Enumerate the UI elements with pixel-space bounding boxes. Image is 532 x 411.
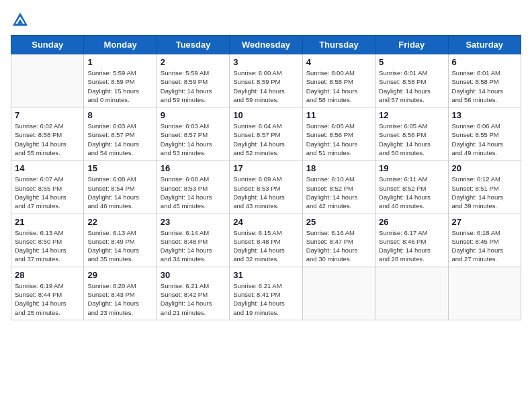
- day-info: Sunrise: 5:59 AMSunset: 8:59 PMDaylight:…: [161, 68, 226, 104]
- day-number: 8: [87, 110, 152, 120]
- calendar-cell: 6Sunrise: 6:01 AMSunset: 8:58 PMDaylight…: [448, 54, 521, 107]
- calendar-cell: 11Sunrise: 6:05 AMSunset: 8:56 PMDayligh…: [302, 107, 375, 161]
- calendar-cell: [302, 267, 375, 320]
- calendar-week-row: 14Sunrise: 6:07 AMSunset: 8:55 PMDayligh…: [11, 161, 521, 214]
- calendar-week-row: 21Sunrise: 6:13 AMSunset: 8:50 PMDayligh…: [11, 214, 521, 267]
- calendar-cell: 22Sunrise: 6:13 AMSunset: 8:49 PMDayligh…: [84, 214, 157, 267]
- day-info: Sunrise: 6:16 AMSunset: 8:47 PMDaylight:…: [306, 228, 371, 264]
- day-number: 26: [379, 217, 444, 227]
- calendar-cell: 8Sunrise: 6:03 AMSunset: 8:57 PMDaylight…: [84, 107, 157, 161]
- day-info: Sunrise: 6:21 AMSunset: 8:41 PMDaylight:…: [233, 281, 298, 317]
- calendar-cell: 17Sunrise: 6:09 AMSunset: 8:53 PMDayligh…: [230, 161, 302, 214]
- day-number: 19: [379, 163, 444, 173]
- calendar-cell: 4Sunrise: 6:00 AMSunset: 8:58 PMDaylight…: [302, 54, 375, 107]
- calendar-week-row: 7Sunrise: 6:02 AMSunset: 8:58 PMDaylight…: [11, 107, 521, 161]
- calendar-cell: [11, 54, 84, 107]
- page-header: [11, 11, 521, 30]
- calendar-cell: 18Sunrise: 6:10 AMSunset: 8:52 PMDayligh…: [302, 161, 375, 214]
- calendar-cell: 15Sunrise: 6:08 AMSunset: 8:54 PMDayligh…: [84, 161, 157, 214]
- day-header-friday: Friday: [375, 36, 448, 54]
- day-number: 13: [452, 110, 517, 120]
- day-info: Sunrise: 6:10 AMSunset: 8:52 PMDaylight:…: [306, 175, 371, 210]
- day-info: Sunrise: 6:17 AMSunset: 8:46 PMDaylight:…: [379, 228, 444, 264]
- day-info: Sunrise: 6:19 AMSunset: 8:44 PMDaylight:…: [15, 281, 80, 317]
- day-number: 30: [161, 270, 226, 280]
- day-info: Sunrise: 6:14 AMSunset: 8:48 PMDaylight:…: [161, 228, 226, 264]
- calendar-cell: 16Sunrise: 6:08 AMSunset: 8:53 PMDayligh…: [157, 161, 229, 214]
- day-info: Sunrise: 6:12 AMSunset: 8:51 PMDaylight:…: [452, 175, 517, 210]
- day-info: Sunrise: 6:21 AMSunset: 8:42 PMDaylight:…: [161, 281, 226, 317]
- day-number: 25: [306, 217, 371, 227]
- day-info: Sunrise: 6:05 AMSunset: 8:56 PMDaylight:…: [306, 122, 371, 157]
- calendar-cell: 3Sunrise: 6:00 AMSunset: 8:59 PMDaylight…: [230, 54, 302, 107]
- calendar-cell: 27Sunrise: 6:18 AMSunset: 8:45 PMDayligh…: [448, 214, 521, 267]
- logo: [11, 11, 32, 30]
- day-info: Sunrise: 6:03 AMSunset: 8:57 PMDaylight:…: [161, 122, 226, 157]
- day-info: Sunrise: 6:05 AMSunset: 8:56 PMDaylight:…: [379, 122, 444, 157]
- calendar-header-row: SundayMondayTuesdayWednesdayThursdayFrid…: [11, 36, 521, 54]
- day-number: 16: [161, 163, 226, 173]
- calendar-cell: 31Sunrise: 6:21 AMSunset: 8:41 PMDayligh…: [230, 267, 302, 320]
- calendar-cell: 29Sunrise: 6:20 AMSunset: 8:43 PMDayligh…: [84, 267, 157, 320]
- day-number: 21: [15, 217, 80, 227]
- calendar-cell: 2Sunrise: 5:59 AMSunset: 8:59 PMDaylight…: [157, 54, 229, 107]
- day-number: 15: [87, 163, 152, 173]
- calendar-table: SundayMondayTuesdayWednesdayThursdayFrid…: [11, 35, 521, 320]
- day-info: Sunrise: 6:00 AMSunset: 8:58 PMDaylight:…: [306, 68, 371, 104]
- calendar-cell: 7Sunrise: 6:02 AMSunset: 8:58 PMDaylight…: [11, 107, 84, 161]
- calendar-cell: 14Sunrise: 6:07 AMSunset: 8:55 PMDayligh…: [11, 161, 84, 214]
- day-header-saturday: Saturday: [448, 36, 521, 54]
- day-number: 5: [379, 57, 444, 67]
- day-info: Sunrise: 6:06 AMSunset: 8:55 PMDaylight:…: [452, 122, 517, 157]
- day-number: 18: [306, 163, 371, 173]
- day-info: Sunrise: 6:09 AMSunset: 8:53 PMDaylight:…: [233, 175, 298, 210]
- day-info: Sunrise: 6:15 AMSunset: 8:48 PMDaylight:…: [233, 228, 298, 264]
- day-number: 23: [161, 217, 226, 227]
- day-header-tuesday: Tuesday: [157, 36, 229, 54]
- calendar-cell: 24Sunrise: 6:15 AMSunset: 8:48 PMDayligh…: [230, 214, 302, 267]
- day-number: 2: [161, 57, 226, 67]
- day-number: 31: [233, 270, 298, 280]
- day-info: Sunrise: 6:08 AMSunset: 8:54 PMDaylight:…: [87, 175, 152, 210]
- day-info: Sunrise: 6:02 AMSunset: 8:58 PMDaylight:…: [15, 122, 80, 157]
- day-number: 9: [161, 110, 226, 120]
- day-header-monday: Monday: [84, 36, 157, 54]
- day-header-thursday: Thursday: [302, 36, 375, 54]
- day-number: 22: [87, 217, 152, 227]
- day-info: Sunrise: 5:59 AMSunset: 8:59 PMDaylight:…: [87, 68, 152, 104]
- day-info: Sunrise: 6:00 AMSunset: 8:59 PMDaylight:…: [233, 68, 298, 104]
- calendar-cell: 23Sunrise: 6:14 AMSunset: 8:48 PMDayligh…: [157, 214, 229, 267]
- day-header-wednesday: Wednesday: [230, 36, 302, 54]
- day-number: 17: [233, 163, 298, 173]
- day-number: 6: [452, 57, 517, 67]
- day-info: Sunrise: 6:01 AMSunset: 8:58 PMDaylight:…: [379, 68, 444, 104]
- calendar-cell: 1Sunrise: 5:59 AMSunset: 8:59 PMDaylight…: [84, 54, 157, 107]
- calendar-cell: 28Sunrise: 6:19 AMSunset: 8:44 PMDayligh…: [11, 267, 84, 320]
- calendar-cell: 13Sunrise: 6:06 AMSunset: 8:55 PMDayligh…: [448, 107, 521, 161]
- calendar-cell: 26Sunrise: 6:17 AMSunset: 8:46 PMDayligh…: [375, 214, 448, 267]
- day-info: Sunrise: 6:18 AMSunset: 8:45 PMDaylight:…: [452, 228, 517, 264]
- calendar-cell: [448, 267, 521, 320]
- calendar-cell: 5Sunrise: 6:01 AMSunset: 8:58 PMDaylight…: [375, 54, 448, 107]
- calendar-cell: 12Sunrise: 6:05 AMSunset: 8:56 PMDayligh…: [375, 107, 448, 161]
- day-info: Sunrise: 6:13 AMSunset: 8:50 PMDaylight:…: [15, 228, 80, 264]
- calendar-cell: 25Sunrise: 6:16 AMSunset: 8:47 PMDayligh…: [302, 214, 375, 267]
- calendar-cell: 10Sunrise: 6:04 AMSunset: 8:57 PMDayligh…: [230, 107, 302, 161]
- day-info: Sunrise: 6:08 AMSunset: 8:53 PMDaylight:…: [161, 175, 226, 210]
- day-header-sunday: Sunday: [11, 36, 84, 54]
- day-info: Sunrise: 6:13 AMSunset: 8:49 PMDaylight:…: [87, 228, 152, 264]
- day-number: 12: [379, 110, 444, 120]
- calendar-cell: 19Sunrise: 6:11 AMSunset: 8:52 PMDayligh…: [375, 161, 448, 214]
- day-number: 3: [233, 57, 298, 67]
- day-info: Sunrise: 6:07 AMSunset: 8:55 PMDaylight:…: [15, 175, 80, 210]
- calendar-cell: [375, 267, 448, 320]
- day-number: 14: [15, 163, 80, 173]
- calendar-cell: 20Sunrise: 6:12 AMSunset: 8:51 PMDayligh…: [448, 161, 521, 214]
- day-number: 4: [306, 57, 371, 67]
- day-number: 29: [87, 270, 152, 280]
- calendar-week-row: 28Sunrise: 6:19 AMSunset: 8:44 PMDayligh…: [11, 267, 521, 320]
- calendar-cell: 9Sunrise: 6:03 AMSunset: 8:57 PMDaylight…: [157, 107, 229, 161]
- day-number: 1: [87, 57, 152, 67]
- day-number: 11: [306, 110, 371, 120]
- calendar-week-row: 1Sunrise: 5:59 AMSunset: 8:59 PMDaylight…: [11, 54, 521, 107]
